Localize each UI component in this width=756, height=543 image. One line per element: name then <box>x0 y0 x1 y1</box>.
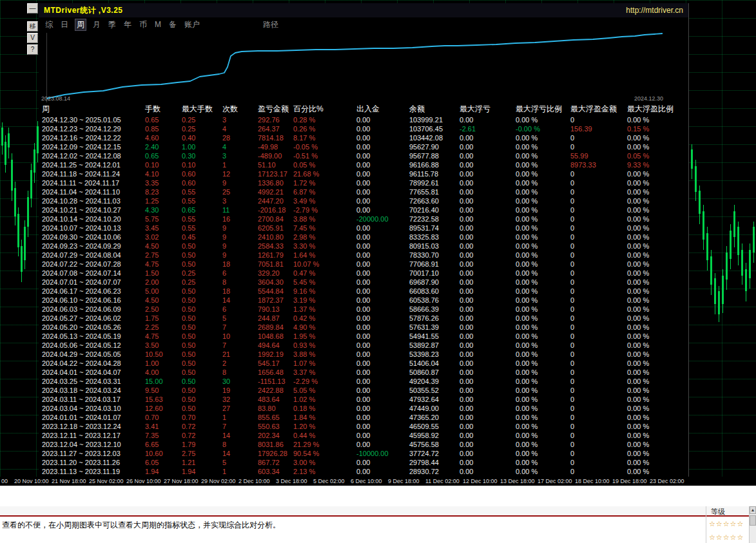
table-row[interactable]: 2024.01.01 ~ 2024.01.070.700.701855.651.… <box>39 413 688 422</box>
table-cell: 9 <box>222 178 258 187</box>
table-row[interactable]: 2024.06.03 ~ 2024.06.092.500.506790.131.… <box>39 305 688 314</box>
panel-title: MTDriver统计 ,V3.25 <box>44 5 123 16</box>
table-row[interactable]: 2024.11.18 ~ 2024.11.244.100.601217123.1… <box>39 169 688 178</box>
table-row[interactable]: 2024.12.09 ~ 2024.12.152.401.004-49.98-0… <box>39 142 688 151</box>
table-cell: 0.00 % <box>516 413 570 422</box>
table-row[interactable]: 2024.05.27 ~ 2024.06.021.750.505244.870.… <box>39 314 688 323</box>
table-row[interactable]: 2023.12.11 ~ 2023.12.177.350.7214202.340… <box>39 431 688 440</box>
table-row[interactable]: 2024.06.10 ~ 2024.06.164.500.50141872.37… <box>39 296 688 305</box>
table-row[interactable]: 2023.12.18 ~ 2023.12.243.410.727550.631.… <box>39 422 688 431</box>
terminal-panel: 等级 查看的不便，在小周期图表中可以查看大周期的指标状态，并实现综合比对分析。 … <box>0 486 756 543</box>
table-cell: 0 <box>570 341 627 350</box>
table-row[interactable]: 2024.04.01 ~ 2024.04.074.000.5081656.483… <box>39 368 688 377</box>
table-cell: 53398.23 <box>409 350 460 359</box>
mtdriver-link[interactable]: http://mtdriver.cn <box>626 6 683 15</box>
table-cell: 244.87 <box>258 314 293 323</box>
table-row[interactable]: 2024.10.14 ~ 2024.10.205.750.55162700.84… <box>39 214 688 224</box>
table-cell: 2689.84 <box>258 323 293 332</box>
table-row[interactable]: 2024.11.25 ~ 2024.12.010.100.10151.100.0… <box>39 160 688 169</box>
table-cell: 1.94 <box>182 467 222 476</box>
menu-item-日[interactable]: 日 <box>59 19 70 30</box>
table-row[interactable]: 2023.11.27 ~ 2023.12.0310.602.751417926.… <box>39 449 688 458</box>
table-row[interactable]: 2024.12.16 ~ 2024.12.224.600.40287814.18… <box>39 133 688 142</box>
table-row[interactable]: 2024.06.17 ~ 2024.06.235.000.50185544.84… <box>39 287 688 296</box>
table-cell: -2.79 % <box>293 205 356 214</box>
table-row[interactable]: 2024.03.04 ~ 2024.03.1012.600.502783.800… <box>39 404 688 413</box>
table-cell: 0.00 <box>460 305 516 314</box>
menu-item-账户[interactable]: 账户 <box>183 19 201 30</box>
table-row[interactable]: 2024.10.28 ~ 2024.11.031.250.5532447.203… <box>39 196 688 205</box>
panel-titlebar[interactable]: MTDriver统计 ,V3.25 http://mtdriver.cn <box>39 3 688 17</box>
rating-column-header: 等级 <box>711 507 725 517</box>
table-cell: 2.13 % <box>293 467 356 476</box>
menu-item-备[interactable]: 备 <box>168 19 178 30</box>
table-row[interactable]: 2024.12.23 ~ 2024.12.290.850.254264.370.… <box>39 124 688 133</box>
table-row[interactable]: 2024.07.08 ~ 2024.07.141.500.256329.200.… <box>39 269 688 278</box>
table-cell: 0.25 <box>182 278 222 287</box>
table-row[interactable]: 2023.11.20 ~ 2023.11.266.051.215867.723.… <box>39 458 688 467</box>
menu-item-周[interactable]: 周 <box>75 19 86 31</box>
table-cell: 5.05 % <box>293 386 356 395</box>
table-cell: 5.45 % <box>293 278 356 287</box>
equity-end-date-label: 2024.12.30 <box>634 95 663 102</box>
table-cell: 0.50 <box>182 296 222 305</box>
table-row[interactable]: 2024.05.13 ~ 2024.05.194.750.50101048.68… <box>39 332 688 341</box>
table-cell: 0.00 <box>460 386 516 395</box>
menu-item-币[interactable]: 币 <box>138 19 148 30</box>
table-cell: 8.17 % <box>293 133 356 142</box>
table-row[interactable]: 2024.04.29 ~ 2024.05.0510.500.50211992.1… <box>39 350 688 359</box>
table-cell: -20000.00 <box>356 214 409 224</box>
table-row[interactable]: 2024.10.07 ~ 2024.10.133.450.5596205.917… <box>39 224 688 233</box>
table-row[interactable]: 2024.07.01 ~ 2024.07.072.000.2583604.305… <box>39 278 688 287</box>
table-cell: 2024.12.16 ~ 2024.12.22 <box>42 133 145 142</box>
table-cell: 0.00 <box>356 377 409 386</box>
table-cell: 51.10 <box>258 160 293 169</box>
table-row[interactable]: 2024.10.21 ~ 2024.10.274.300.6511-2016.1… <box>39 205 688 214</box>
table-cell: 2023.12.18 ~ 2023.12.24 <box>42 422 145 431</box>
terminal-scrollbar[interactable]: ▲ <box>749 506 756 543</box>
panel-minimize-button[interactable]: — <box>27 3 38 14</box>
column-header: 最大手数 <box>182 104 222 115</box>
menu-item-M[interactable]: M <box>153 20 162 29</box>
table-row[interactable]: 2023.11.13 ~ 2023.11.191.941.941603.342.… <box>39 467 688 476</box>
table-row[interactable]: 2024.09.30 ~ 2024.10.063.020.4592410.802… <box>39 233 688 242</box>
scroll-up-button[interactable]: ▲ <box>750 506 756 514</box>
table-row[interactable]: 2024.04.22 ~ 2024.04.281.000.502545.171.… <box>39 359 688 368</box>
menu-item-综[interactable]: 综 <box>44 19 54 30</box>
table-cell: 16 <box>222 214 258 224</box>
table-row[interactable]: 2024.05.20 ~ 2024.05.262.250.5072689.844… <box>39 323 688 332</box>
table-cell: 0.70 <box>145 413 182 422</box>
table-cell: 0.00 <box>460 449 516 458</box>
table-cell: 0.00 <box>460 422 516 431</box>
panel-version-button[interactable]: V <box>27 33 38 43</box>
table-cell: 6 <box>222 305 258 314</box>
table-cell: 292.76 <box>258 115 293 124</box>
scrollbar-thumb[interactable] <box>750 515 756 526</box>
table-row[interactable]: 2024.11.04 ~ 2024.11.108.230.55254992.21… <box>39 187 688 196</box>
table-row[interactable]: 2024.05.06 ~ 2024.05.123.500.507494.640.… <box>39 341 688 350</box>
menu-item-path[interactable]: 路径 <box>262 19 280 30</box>
table-row[interactable]: 2024.03.11 ~ 2024.03.1715.630.5032483.64… <box>39 395 688 404</box>
menu-item-月[interactable]: 月 <box>92 19 102 30</box>
table-row[interactable]: 2024.03.25 ~ 2024.03.3115.000.5030-1151.… <box>39 377 688 386</box>
table-row[interactable]: 2024.03.18 ~ 2024.03.249.500.50192422.88… <box>39 386 688 395</box>
table-cell: 0 <box>570 413 627 422</box>
table-cell: 2024.09.23 ~ 2024.09.29 <box>42 242 145 251</box>
panel-help-button[interactable]: ? <box>27 44 38 55</box>
table-row[interactable]: 2024.07.29 ~ 2024.08.042.750.5091261.791… <box>39 251 688 260</box>
table-row[interactable]: 2024.09.23 ~ 2024.09.294.500.5092584.333… <box>39 242 688 251</box>
panel-move-button[interactable]: 移 <box>27 21 38 32</box>
table-row[interactable]: 2024.12.30 ~ 2025.01.050.650.253292.760.… <box>39 115 688 124</box>
table-cell: 17926.28 <box>258 449 293 458</box>
table-cell: 0 <box>570 377 627 386</box>
table-row[interactable]: 2024.07.22 ~ 2024.07.284.750.50187051.81… <box>39 260 688 269</box>
table-row[interactable]: 2024.12.02 ~ 2024.12.080.650.303-489.00-… <box>39 151 688 160</box>
table-cell: 483.64 <box>258 395 293 404</box>
news-message-row[interactable]: 查看的不便，在小周期图表中可以查看大周期的指标状态，并实现综合比对分析。 <box>2 520 280 531</box>
column-header: 盈亏金额 <box>258 104 293 115</box>
menu-item-年[interactable]: 年 <box>122 19 133 30</box>
menu-item-季[interactable]: 季 <box>107 19 117 30</box>
table-row[interactable]: 2024.11.11 ~ 2024.11.173.350.6091336.801… <box>39 178 688 187</box>
table-cell: 0.00 % <box>627 350 688 359</box>
table-row[interactable]: 2023.12.04 ~ 2023.12.106.651.7988031.862… <box>39 440 688 449</box>
